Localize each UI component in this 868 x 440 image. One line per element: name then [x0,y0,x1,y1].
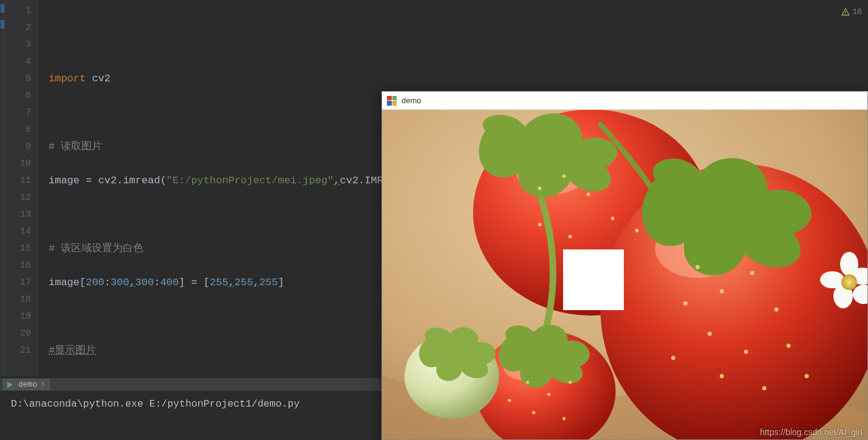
run-tab[interactable]: demo × [2,379,50,390]
line-number[interactable]: 11 [5,172,31,189]
svg-point-22 [708,331,712,336]
bookmark-icon[interactable] [1,4,4,13]
svg-rect-0 [846,11,846,13]
line-number[interactable]: 2 [5,19,31,36]
line-number[interactable]: 1 [5,2,31,19]
svg-point-30 [526,381,529,384]
svg-point-31 [547,393,550,396]
line-number[interactable]: 12 [5,189,31,206]
svg-point-17 [635,229,638,232]
inspection-badge[interactable]: 10 [841,4,862,21]
warning-icon [841,8,850,16]
line-number[interactable]: 17 [5,274,31,291]
svg-point-27 [762,386,767,390]
line-number[interactable]: 14 [5,223,31,240]
svg-point-41 [841,274,857,290]
svg-point-23 [744,350,748,354]
svg-point-13 [611,217,615,220]
svg-point-28 [805,374,809,378]
run-tab-label: demo [18,380,37,389]
line-number[interactable]: 5 [5,70,31,87]
line-number[interactable]: 7 [5,104,31,121]
close-icon[interactable]: × [41,381,45,389]
svg-point-38 [840,252,858,276]
line-number[interactable]: 10 [5,155,31,172]
line-number[interactable]: 4 [5,53,31,70]
run-icon [7,381,15,388]
watermark-text: https://blog.csdn.net/AI_girl [760,427,863,437]
svg-point-11 [562,174,566,178]
svg-point-21 [774,307,779,311]
line-number[interactable]: 15 [5,240,31,257]
svg-point-35 [508,399,511,402]
svg-point-18 [695,265,700,269]
code-line[interactable]: import cv2 [49,70,868,87]
bookmark-icon[interactable] [1,20,4,29]
svg-point-15 [569,235,572,239]
line-number[interactable]: 13 [5,206,31,223]
svg-point-33 [532,411,535,414]
svg-point-14 [538,223,542,226]
svg-point-32 [569,381,572,384]
code-line[interactable] [49,36,868,53]
svg-point-34 [562,417,566,420]
strawberry-image [382,110,867,439]
svg-point-19 [720,289,724,293]
svg-rect-1 [846,13,846,14]
line-gutter[interactable]: 1 2 3 4 5 6 7 8 9 10 11 12 13 14 15 16 1… [5,0,38,376]
line-number[interactable]: 8 [5,121,31,138]
line-number[interactable]: 3 [5,36,31,53]
svg-point-29 [671,356,675,360]
svg-point-20 [750,271,754,276]
line-number[interactable]: 21 [5,342,31,359]
image-canvas: https://blog.csdn.net/AI_girl [382,110,867,439]
svg-point-26 [720,374,724,378]
warning-count: 10 [852,4,862,21]
white-pixel-block [563,249,624,310]
window-titlebar[interactable]: demo [382,92,867,110]
svg-point-12 [587,192,590,196]
line-number[interactable]: 18 [5,291,31,308]
app-icon [387,96,397,106]
line-number[interactable]: 16 [5,257,31,274]
svg-point-24 [787,344,791,348]
line-number[interactable]: 9 [5,138,31,155]
line-number[interactable]: 19 [5,308,31,325]
svg-point-10 [538,186,542,190]
line-number[interactable]: 6 [5,87,31,104]
line-number[interactable]: 20 [5,325,31,342]
opencv-window[interactable]: demo [381,91,868,440]
editor-margin [0,0,5,376]
window-title: demo [402,96,422,105]
svg-point-25 [683,301,688,305]
